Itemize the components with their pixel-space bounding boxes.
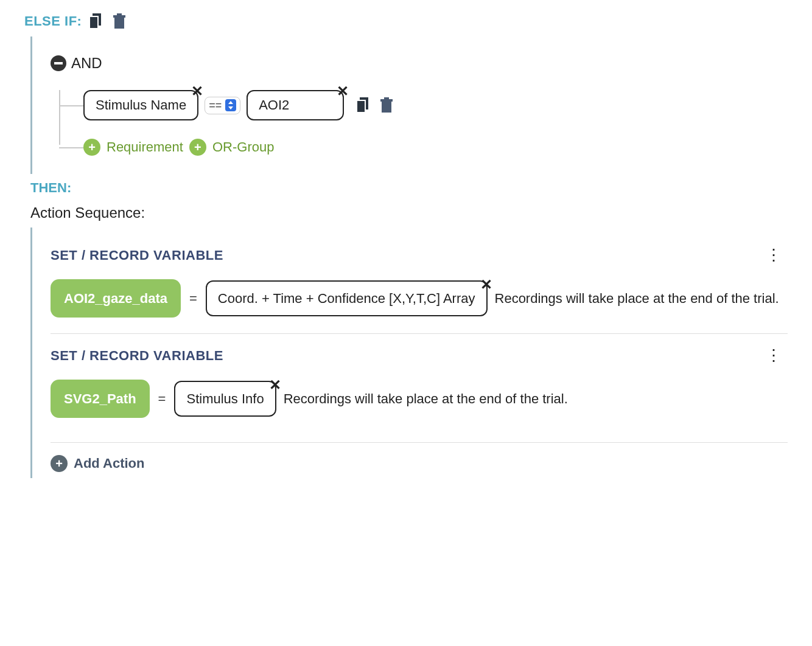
- action-block: SET / RECORD VARIABLE ⋮ SVG2_Path = Stim…: [51, 333, 788, 434]
- condition-row: Stimulus Name ✕ == AOI2 ✕: [83, 90, 788, 120]
- value-text: Stimulus Info: [186, 391, 264, 406]
- elseif-header: ELSE IF:: [24, 12, 788, 30]
- svg-rect-4: [117, 13, 122, 15]
- add-action-label[interactable]: Add Action: [74, 456, 145, 471]
- remove-and-icon[interactable]: [51, 55, 66, 71]
- add-requirement-icon[interactable]: +: [83, 139, 100, 156]
- value-box[interactable]: Stimulus Info ✕: [174, 381, 276, 417]
- action-block: SET / RECORD VARIABLE ⋮ AOI2_gaze_data =…: [51, 234, 788, 333]
- rhs-box[interactable]: AOI2 ✕: [247, 90, 344, 120]
- svg-rect-7: [357, 100, 365, 113]
- lhs-text: Stimulus Name: [96, 97, 186, 113]
- action-header: SET / RECORD VARIABLE ⋮: [51, 346, 788, 365]
- add-requirement-label[interactable]: Requirement: [107, 139, 183, 155]
- remove-rhs-icon[interactable]: ✕: [337, 83, 349, 100]
- trash-icon[interactable]: [111, 12, 128, 30]
- copy-icon[interactable]: [88, 12, 105, 30]
- rhs-text: AOI2: [259, 97, 289, 113]
- kebab-menu-icon[interactable]: ⋮: [766, 346, 788, 365]
- operator-text: ==: [209, 99, 222, 112]
- add-action-icon[interactable]: +: [51, 455, 68, 472]
- operator-select[interactable]: ==: [205, 97, 240, 114]
- remove-value-icon[interactable]: ✕: [269, 373, 281, 397]
- action-sequence-label: Action Sequence:: [30, 204, 788, 221]
- add-orgroup-icon[interactable]: +: [189, 139, 206, 156]
- svg-rect-9: [380, 99, 393, 102]
- equals-sign: =: [188, 288, 198, 309]
- svg-rect-5: [54, 62, 63, 64]
- kebab-menu-icon[interactable]: ⋮: [766, 246, 788, 265]
- svg-rect-10: [384, 97, 389, 99]
- action-sequence-block: SET / RECORD VARIABLE ⋮ AOI2_gaze_data =…: [30, 227, 788, 478]
- dropdown-caret-icon: [225, 99, 236, 111]
- note-text: Recordings will take place at the end of…: [495, 288, 779, 309]
- lhs-box[interactable]: Stimulus Name ✕: [83, 90, 198, 120]
- equals-sign: =: [157, 388, 167, 409]
- svg-rect-1: [89, 16, 98, 29]
- svg-rect-2: [114, 18, 124, 29]
- svg-rect-3: [113, 15, 125, 18]
- elseif-condition-block: AND Stimulus Name ✕ == AOI2 ✕: [30, 36, 788, 174]
- action-title: SET / RECORD VARIABLE: [51, 248, 223, 263]
- delete-condition-icon[interactable]: [378, 96, 395, 114]
- action-header: SET / RECORD VARIABLE ⋮: [51, 246, 788, 265]
- value-box[interactable]: Coord. + Time + Confidence [X,Y,T,C] Arr…: [206, 280, 488, 316]
- remove-lhs-icon[interactable]: ✕: [191, 83, 203, 100]
- copy-condition-icon[interactable]: [355, 96, 372, 114]
- variable-pill[interactable]: SVG2_Path: [51, 380, 150, 418]
- elseif-label: ELSE IF:: [24, 13, 82, 29]
- action-body: AOI2_gaze_data = Coord. + Time + Confide…: [51, 279, 788, 318]
- svg-rect-8: [382, 102, 391, 113]
- action-title: SET / RECORD VARIABLE: [51, 348, 223, 364]
- note-text: Recordings will take place at the end of…: [284, 388, 568, 409]
- remove-value-icon[interactable]: ✕: [480, 273, 492, 296]
- add-action-row: + Add Action: [51, 442, 788, 472]
- and-children: Stimulus Name ✕ == AOI2 ✕: [59, 90, 788, 156]
- add-condition-row: + Requirement + OR-Group: [83, 139, 788, 156]
- and-label: AND: [71, 55, 102, 72]
- value-text: Coord. + Time + Confidence [X,Y,T,C] Arr…: [218, 291, 475, 306]
- action-body: SVG2_Path = Stimulus Info ✕ Recordings w…: [51, 380, 788, 418]
- then-label: THEN:: [30, 180, 788, 196]
- and-row: AND: [51, 55, 788, 72]
- variable-pill[interactable]: AOI2_gaze_data: [51, 279, 181, 318]
- add-orgroup-label[interactable]: OR-Group: [212, 139, 274, 155]
